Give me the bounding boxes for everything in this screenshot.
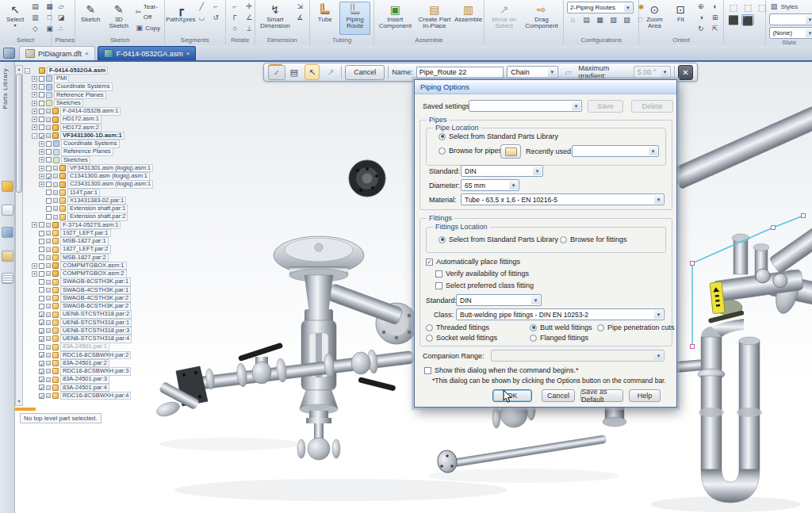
config-apply-icon[interactable]: ▦ (594, 15, 606, 25)
tree-item[interactable]: +SWAGB-4CSTH3K.par:1 (25, 286, 144, 294)
tree-item-checkbox[interactable]: ✓ (39, 133, 44, 139)
tree-item[interactable]: +Reference Planes (25, 91, 144, 99)
tree-item[interactable]: +F-0414-0532B.asm:1 (25, 107, 144, 115)
tab-close-icon[interactable]: × (186, 50, 190, 57)
tree-item-checkbox[interactable] (39, 271, 44, 277)
tree-expand-icon[interactable]: - (32, 133, 37, 139)
bottom-manifold[interactable] (155, 343, 414, 419)
tree-item-checkbox[interactable] (39, 344, 44, 350)
plane-more-icon[interactable]: ∴ (55, 24, 67, 34)
route-vertex[interactable] (691, 345, 695, 349)
tangent-relation-icon[interactable]: ○ (229, 24, 241, 34)
browse-pipes-button[interactable] (500, 144, 521, 159)
tree-item-checkbox[interactable] (46, 166, 52, 171)
tree-expand-icon[interactable]: + (32, 263, 37, 269)
scrollbar-thumb[interactable] (16, 74, 22, 193)
smart-dimension-button[interactable]: ↯ Smart Dimension (259, 2, 292, 35)
tree-item[interactable]: +SWAGB-6CSTH3K.par:2 (25, 302, 144, 310)
tree-item[interactable]: +SWAGB-6CSTH3K.par:1 (25, 278, 144, 286)
tree-item-checkbox[interactable]: ✓ (39, 352, 44, 358)
tree-expand-icon[interactable]: + (32, 124, 37, 130)
undo-segment-icon[interactable]: ↺ (210, 13, 222, 23)
tree-item[interactable]: +83A-24501.par:1 (25, 343, 144, 351)
tree-item-checkbox[interactable] (39, 279, 44, 285)
tree-item-checkbox[interactable] (39, 296, 44, 301)
tree-item-checkbox[interactable] (46, 157, 52, 163)
configurations-combo[interactable]: 2-Piping Routes (567, 2, 634, 13)
help-button[interactable]: Help (629, 389, 661, 402)
sketch-button[interactable]: ✎ Sketch (79, 2, 102, 35)
visible-edges-view-icon[interactable]: ⬚ (741, 2, 754, 13)
config-camera-icon[interactable]: ▨ (621, 15, 633, 25)
route-vertex[interactable] (802, 214, 806, 218)
recently-used-combo[interactable] (572, 145, 659, 157)
tree-expand-icon[interactable]: - (25, 68, 30, 74)
tree-expand-icon[interactable]: + (39, 149, 44, 155)
route-name-input[interactable]: Pipe_Route 22 (416, 67, 504, 78)
family-table-icon[interactable] (2, 273, 13, 284)
tree-item[interactable]: +Sketches (25, 156, 144, 164)
tree-item-checkbox[interactable]: ✓ (39, 336, 44, 342)
tree-item[interactable]: +COMPMTGBOX.asm:1 (25, 262, 144, 270)
parts-library-tab[interactable]: Parts Library (2, 68, 9, 109)
tree-item[interactable]: +✓83A-24501.par:3 (25, 376, 144, 384)
tree-item-checkbox[interactable] (39, 109, 44, 114)
valve-lever[interactable] (358, 377, 396, 391)
tree-expand-icon[interactable]: + (32, 92, 37, 98)
radio-browse-fittings[interactable]: Browse for fittings (560, 235, 627, 243)
tear-off-button[interactable]: ✂ Tear-Off (135, 2, 161, 22)
tree-expand-icon[interactable]: + (32, 271, 37, 277)
tree-item[interactable]: +Coordinate Systems (25, 83, 144, 91)
tree-item[interactable]: +Extension shaft.par:1 (25, 205, 144, 212)
document-sheet-icon[interactable] (2, 205, 13, 216)
tree-item-checkbox[interactable] (39, 255, 44, 260)
tree-expand-icon[interactable]: + (32, 84, 37, 90)
tree-item[interactable]: +PMI (25, 75, 144, 82)
insert-component-button[interactable]: ▣ Insert Component (377, 2, 412, 35)
tree-item-checkbox[interactable] (46, 206, 52, 212)
face-style-combo[interactable]: (None) (769, 27, 812, 39)
tree-expand-icon[interactable]: + (32, 222, 37, 228)
tree-item-checkbox[interactable] (39, 124, 44, 130)
select-button[interactable]: ↖ Select ▾ (3, 2, 27, 35)
corner-segment-icon[interactable]: ⌐ (210, 2, 222, 12)
tree-item-checkbox[interactable] (46, 198, 52, 204)
tree-item-checkbox[interactable] (46, 149, 52, 155)
tree-item[interactable]: +MSB-1827.par:2 (25, 254, 144, 262)
tree-item[interactable]: +SWAGB-4CSTH3K.par:2 (25, 294, 144, 302)
tree-expand-icon[interactable]: + (39, 157, 44, 163)
wireframe-view-icon[interactable]: ⬚ (727, 2, 740, 13)
perpendicular-relation-icon[interactable]: Γ (229, 13, 241, 23)
radio-fittings-standard-parts[interactable]: Select from Standard Parts Library (439, 235, 558, 243)
select-box-icon[interactable]: ◇ (29, 24, 41, 34)
tree-item[interactable]: +VF3431301.asm (ilogiq).asm:1 (25, 164, 144, 172)
tree-item[interactable]: +✓C1341300.asm (ilogiq).asm:1 (25, 172, 144, 180)
radio-flanged-fittings[interactable]: Flanged fittings (530, 334, 588, 342)
dialog-title[interactable]: Piping Options (415, 80, 676, 94)
zoom-icon[interactable]: ⊕ (695, 2, 707, 12)
tree-item[interactable]: +Coordinate Systems (25, 140, 144, 147)
tree-item[interactable]: +✓RDC16-8CSBWXH.par:2 (25, 351, 144, 359)
distance-between-icon[interactable]: ⇲ (294, 2, 306, 12)
common-views-icon[interactable]: ⊞ (709, 13, 721, 23)
tree-item-checkbox[interactable] (39, 222, 44, 228)
tree-item-checkbox[interactable] (39, 117, 44, 122)
pan-icon[interactable]: ◑ (695, 13, 707, 23)
spin-icon[interactable]: ◐ (709, 2, 721, 12)
tree-item-checkbox[interactable]: ✓ (39, 377, 44, 382)
radio-select-standard-parts[interactable]: Select from Standard Parts Library (439, 132, 558, 140)
copy-button[interactable]: ▣ Copy (135, 23, 161, 33)
tree-item-checkbox[interactable]: ✓ (39, 385, 44, 390)
horizontal-relation-icon[interactable]: ⌐ (229, 2, 241, 12)
look-at-face-icon[interactable]: ⇱ (709, 24, 721, 34)
app-window-icon[interactable] (3, 48, 15, 59)
tree-item-checkbox[interactable]: ✓ (39, 320, 44, 325)
plane-icon[interactable]: ▱ (55, 2, 67, 12)
view-style-combo[interactable] (769, 13, 812, 25)
tree-item-checkbox[interactable] (39, 101, 44, 106)
library-folder-icon[interactable] (2, 251, 13, 262)
create-part-in-place-button[interactable]: ▤ Create Part In-Place (415, 2, 454, 35)
tree-item-checkbox[interactable]: ✓ (46, 174, 52, 179)
tree-item[interactable]: +Reference Planes (25, 148, 144, 156)
save-as-default-button[interactable]: Save as Default (580, 389, 623, 402)
